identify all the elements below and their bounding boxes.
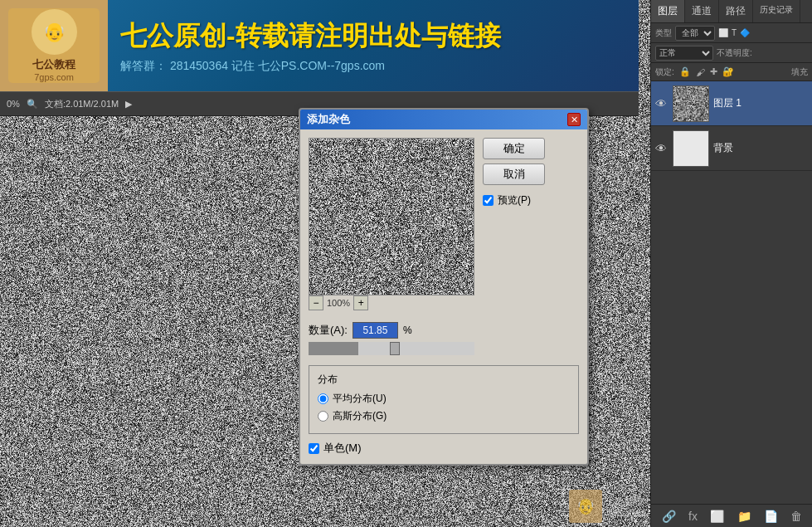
distribution-box: 分布 平均分布(U) 高斯分布(G) — [309, 365, 579, 434]
blend-row: 正常 不透明度: — [651, 43, 812, 63]
logo-url: 7gps.com — [34, 72, 74, 82]
zoom-controls: − 100% + — [309, 295, 474, 310]
zoom-label: 100% — [327, 298, 350, 308]
banner-logo: 👴 七公教程 7gps.com — [0, 0, 108, 91]
close-button[interactable]: ✕ — [567, 113, 581, 126]
right-panel: 图层 通道 路径 历史记录 类型 全部 ⬜ T 🔷 正常 不透明度: 锁定: 🔒… — [650, 0, 812, 527]
lock-row: 锁定: 🔒 🖌 ✚ 🔐 填充 — [651, 63, 812, 81]
layer-item-1[interactable]: 👁 图层 1 — [651, 81, 812, 126]
panel-icon-3: 🔷 — [740, 28, 750, 37]
logo-icon: 👴 — [32, 9, 77, 55]
zoom-in-btn[interactable]: + — [353, 295, 368, 310]
mono-row: 单色(M) — [309, 441, 579, 456]
layer-thumbnail-bg — [673, 130, 709, 167]
preview-canvas — [309, 138, 474, 295]
zoom-out-btn[interactable]: − — [309, 295, 323, 310]
dialog-buttons: 确定 取消 预览(P) — [483, 138, 545, 315]
amount-slider[interactable] — [309, 342, 474, 355]
amount-label: 数量(A): — [309, 323, 348, 338]
dialog-overlay: 添加杂色 ✕ − 100% + 确定 取消 — [299, 108, 589, 466]
tab-paths[interactable]: 路径 — [719, 0, 753, 22]
zoom-display: 0% — [7, 99, 20, 109]
watermark-logo: 👴 — [569, 490, 602, 523]
layer-item-bg[interactable]: 👁 背景 — [651, 126, 812, 171]
panel-type-row: 类型 全部 ⬜ T 🔷 — [651, 23, 812, 43]
blend-mode-select[interactable]: 正常 — [655, 46, 713, 61]
layer-thumbnail-1 — [673, 85, 709, 122]
confirm-button[interactable]: 确定 — [483, 138, 545, 159]
panel-icon-2: T — [732, 28, 737, 37]
tab-layers[interactable]: 图层 — [651, 0, 685, 22]
gaussian-label: 高斯分布(G) — [333, 409, 387, 423]
distribution-title: 分布 — [318, 373, 570, 387]
gaussian-radio[interactable] — [318, 411, 328, 422]
doc-info: 文档:2.01M/2.01M — [45, 98, 119, 110]
layer-name-1: 图层 1 — [713, 96, 808, 110]
dialog-title: 添加杂色 — [307, 112, 350, 127]
gaussian-radio-row: 高斯分布(G) — [318, 409, 570, 423]
brush-icon[interactable]: 🖌 — [696, 67, 705, 77]
arrow-btn[interactable]: ▶ — [125, 99, 132, 110]
folder-icon[interactable]: 📁 — [737, 510, 751, 523]
watermark-text: 七公教程 7gps.com — [606, 495, 646, 518]
mono-label: 单色(M) — [323, 441, 362, 456]
delete-icon[interactable]: 🗑 — [790, 510, 802, 523]
preview-checkbox-row: 预览(P) — [483, 193, 545, 207]
move-icon[interactable]: ✚ — [710, 66, 717, 77]
uniform-radio-row: 平均分布(U) — [318, 392, 570, 406]
link-icon[interactable]: 🔗 — [662, 510, 676, 523]
preview-label: 预览(P) — [498, 193, 531, 207]
percent-sign: % — [403, 324, 412, 336]
opacity-label: 不透明度: — [717, 47, 752, 59]
preview-checkbox[interactable] — [483, 195, 494, 206]
banner-subtitle: 解答群： 281450364 记住 七公PS.COM--7gps.com — [120, 59, 626, 74]
logo-text: 七公教程 — [32, 57, 75, 72]
dialog-titlebar: 添加杂色 ✕ — [300, 110, 587, 129]
add-noise-dialog: 添加杂色 ✕ − 100% + 确定 取消 — [299, 108, 589, 466]
amount-input[interactable]: 51.85 — [353, 322, 398, 339]
preview-noise-canvas — [309, 139, 474, 295]
fx-icon[interactable]: fx — [688, 510, 698, 523]
uniform-label: 平均分布(U) — [333, 392, 387, 406]
zoom-icon: 🔍 — [27, 99, 38, 110]
banner-content: 七公原创-转载请注明出处与链接 解答群： 281450364 记住 七公PS.C… — [108, 12, 639, 81]
new-layer-icon[interactable]: 📄 — [764, 510, 778, 523]
dialog-body: − 100% + 确定 取消 预览(P) 数量(A): 51.85 — [300, 129, 587, 464]
panel-icon-1: ⬜ — [718, 28, 728, 37]
lock-icon[interactable]: 🔒 — [679, 66, 691, 77]
uniform-radio[interactable] — [318, 393, 328, 404]
layer-bottom-bar: 🔗 fx ⬜ 📁 📄 🗑 — [651, 504, 812, 527]
tab-channels[interactable]: 通道 — [685, 0, 719, 22]
preview-area: − 100% + 确定 取消 预览(P) — [309, 138, 579, 315]
eye-icon-bg[interactable]: 👁 — [655, 142, 669, 155]
watermark: 👴 七公教程 7gps.com — [569, 490, 646, 523]
type-select[interactable]: 全部 — [675, 26, 715, 41]
panel-tabs: 图层 通道 路径 历史记录 — [651, 0, 812, 23]
amount-row: 数量(A): 51.85 % — [309, 322, 579, 339]
cancel-button[interactable]: 取消 — [483, 163, 545, 185]
layer-name-bg: 背景 — [713, 141, 808, 155]
lock-label: 锁定: — [655, 66, 674, 78]
fill-label: 填充 — [791, 66, 808, 78]
slider-container — [309, 342, 579, 359]
mask-icon[interactable]: ⬜ — [710, 510, 724, 523]
all-lock-icon[interactable]: 🔐 — [722, 66, 734, 77]
eye-icon-1[interactable]: 👁 — [655, 97, 669, 110]
top-banner: 👴 七公教程 7gps.com 七公原创-转载请注明出处与链接 解答群： 281… — [0, 0, 639, 91]
mono-checkbox[interactable] — [309, 443, 319, 454]
type-label: 类型 — [655, 27, 672, 39]
banner-title: 七公原创-转载请注明出处与链接 — [120, 18, 626, 55]
tab-history[interactable]: 历史记录 — [753, 0, 800, 22]
